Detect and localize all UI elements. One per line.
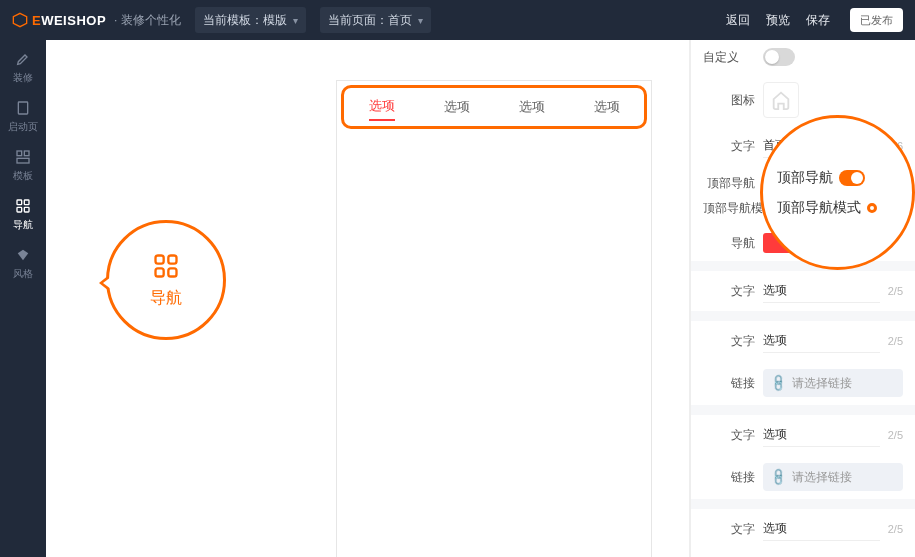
grid-icon: [152, 252, 180, 280]
item-text-input[interactable]: [763, 517, 880, 541]
custom-toggle[interactable]: [763, 48, 795, 66]
svg-rect-5: [17, 200, 22, 205]
custom-toggle-row: 自定义: [691, 40, 915, 74]
callout-nav: 导航: [106, 220, 226, 340]
svg-rect-2: [17, 151, 22, 156]
svg-rect-11: [156, 268, 164, 276]
topnav-label: 顶部导航: [703, 175, 755, 192]
link-icon: 🔗: [768, 467, 789, 488]
item-link-row: 链接🔗请选择链接: [691, 549, 915, 557]
link-picker[interactable]: 🔗请选择链接: [763, 369, 903, 397]
sidebar-item-decor[interactable]: 装修: [3, 50, 43, 85]
property-panel: 自定义 图标 文字 2/6 顶部导航 顶部导航模式 左 › 导航 #e 文字2: [690, 40, 915, 557]
link-icon: 🔗: [768, 373, 789, 394]
logo: EWEISHOP · 装修个性化: [12, 12, 181, 29]
brush-icon: [14, 50, 32, 68]
back-link[interactable]: 返回: [726, 12, 750, 29]
svg-rect-8: [24, 207, 29, 212]
toggle-on-icon: [839, 170, 865, 186]
item-text-input[interactable]: [763, 423, 880, 447]
callout-label: 导航: [150, 288, 182, 309]
item-text-input[interactable]: [763, 279, 880, 303]
brand-text: EWEISHOP: [32, 13, 106, 28]
chevron-down-icon: ▾: [418, 15, 423, 26]
item-link-row: 链接🔗请选择链接: [691, 361, 915, 405]
item-text-row: 文字2/5: [691, 271, 915, 311]
published-button[interactable]: 已发布: [850, 8, 903, 32]
text-label: 文字: [703, 138, 755, 155]
svg-marker-0: [13, 13, 26, 26]
preview-tab[interactable]: 选项: [594, 94, 620, 120]
svg-rect-6: [24, 200, 29, 205]
phone-preview: 选项 选项 选项 选项: [336, 80, 652, 557]
callout2-topnav-label: 顶部导航: [777, 169, 833, 187]
preview-tab[interactable]: 选项: [519, 94, 545, 120]
home-icon: [770, 89, 792, 111]
brand-sub: · 装修个性化: [114, 12, 181, 29]
template-dropdown[interactable]: 当前模板：模版▾: [195, 7, 306, 33]
icon-label: 图标: [703, 92, 755, 109]
nav-color-label: 导航: [703, 235, 755, 252]
svg-rect-4: [17, 158, 29, 163]
sidebar-item-nav[interactable]: 导航: [3, 197, 43, 232]
preview-tab[interactable]: 选项: [369, 93, 395, 121]
save-link[interactable]: 保存: [806, 12, 830, 29]
sidebar-item-splash[interactable]: 启动页: [3, 99, 43, 134]
icon-row: 图标: [691, 74, 915, 126]
diamond-icon: [14, 246, 32, 264]
preview-link[interactable]: 预览: [766, 12, 790, 29]
custom-label: 自定义: [703, 49, 755, 66]
chevron-down-icon: ▾: [293, 15, 298, 26]
svg-rect-3: [24, 151, 29, 156]
svg-rect-10: [168, 255, 176, 263]
radio-icon: [867, 203, 877, 213]
item-text-row: 文字2/5: [691, 509, 915, 549]
svg-rect-1: [18, 102, 27, 114]
item-link-row: 链接🔗请选择链接: [691, 455, 915, 499]
svg-rect-9: [156, 255, 164, 263]
item-text-input[interactable]: [763, 329, 880, 353]
canvas: 导航 选项 选项 选项 选项: [46, 40, 690, 557]
item-text-row: 文字2/5: [691, 415, 915, 455]
grid-icon: [14, 197, 32, 215]
link-picker[interactable]: 🔗请选择链接: [763, 463, 903, 491]
icon-picker[interactable]: [763, 82, 799, 118]
sidebar: 装修 启动页 模板 导航 风格: [0, 40, 46, 557]
page-dropdown[interactable]: 当前页面：首页▾: [320, 7, 431, 33]
logo-icon: [12, 12, 28, 28]
template-icon: [14, 148, 32, 166]
preview-tabbar: 选项 选项 选项 选项: [341, 85, 647, 129]
header: EWEISHOP · 装修个性化 当前模板：模版▾ 当前页面：首页▾ 返回 预览…: [0, 0, 915, 40]
page-icon: [14, 99, 32, 117]
callout2-mode-label: 顶部导航模式: [777, 199, 861, 217]
callout-topnav: 顶部导航 顶部导航模式: [760, 115, 915, 270]
preview-tab[interactable]: 选项: [444, 94, 470, 120]
sidebar-item-style[interactable]: 风格: [3, 246, 43, 281]
svg-rect-7: [17, 207, 22, 212]
sidebar-item-template[interactable]: 模板: [3, 148, 43, 183]
item-text-row: 文字2/5: [691, 321, 915, 361]
svg-rect-12: [168, 268, 176, 276]
